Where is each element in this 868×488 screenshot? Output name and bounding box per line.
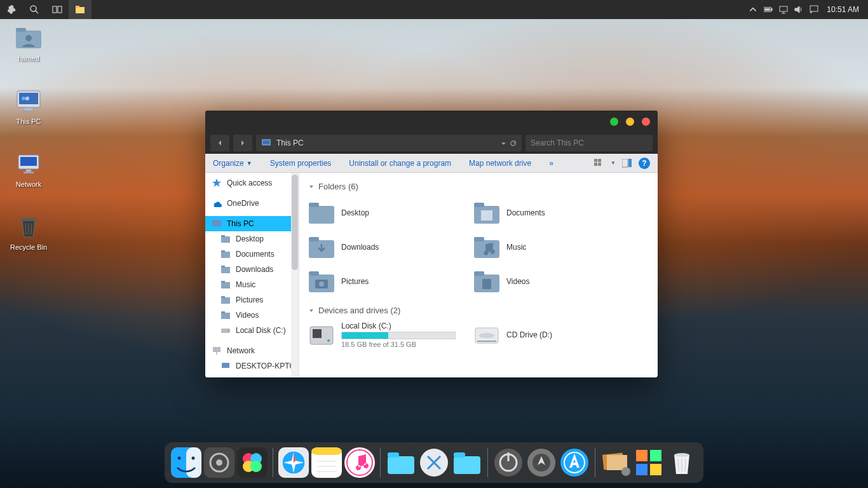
desktop-icon-network[interactable]: Network [6,150,51,204]
taskbar-clock[interactable]: 10:51 AM [823,5,863,14]
svg-rect-56 [309,206,334,224]
svg-rect-3 [58,6,62,13]
svg-rect-35 [598,163,601,166]
dock-settings[interactable] [204,447,234,478]
svg-point-52 [227,330,229,332]
network-tray-icon[interactable] [777,3,790,16]
map-network-drive-button[interactable]: Map network drive [469,159,531,168]
dock-game-center[interactable] [237,447,268,478]
folders-section-header[interactable]: Folders (6) [308,182,649,191]
dock-launchpad[interactable] [526,447,557,478]
organize-menu[interactable]: Organize ▼ [213,159,252,168]
back-button[interactable] [210,135,229,151]
task-view-button[interactable] [46,0,69,19]
sidebar-item-desktop[interactable]: Desktop [205,231,299,247]
sidebar-item-pictures[interactable]: Pictures [205,292,299,308]
battery-icon[interactable] [762,3,775,16]
sidebar-quick-access[interactable]: Quick access [205,175,299,191]
drive-cd-d[interactable]: CD Drive (D:) [473,322,632,348]
search-button[interactable] [23,0,46,19]
svg-rect-59 [474,203,484,207]
folder-downloads[interactable]: Downloads [308,232,467,262]
sidebar-item-downloads[interactable]: Downloads [205,262,299,277]
action-center-icon[interactable] [808,3,820,16]
desktop-icon-this-pc[interactable]: This PC [6,87,51,141]
forward-button[interactable] [233,135,252,151]
content-pane: Folders (6) Desktop Documents Downloads … [299,173,658,377]
preview-pane-icon[interactable] [622,159,632,168]
search-box[interactable] [526,135,653,151]
sidebar-scrollbar[interactable] [291,173,299,377]
navigation-sidebar: Quick access OneDrive This PC Desktop Do… [205,173,299,377]
svg-point-121 [674,453,689,457]
maximize-button[interactable] [626,118,634,126]
svg-rect-49 [221,313,230,319]
drive-local-disk-c[interactable]: Local Disk (C:) 18.5 GB free of 31.5 GB [308,322,467,348]
help-button[interactable]: ? [639,158,650,169]
sidebar-item-music[interactable]: Music [205,277,299,292]
address-text: This PC [276,139,495,147]
close-button[interactable] [642,118,650,126]
system-properties-button[interactable]: System properties [270,159,332,168]
sidebar-this-pc[interactable]: This PC [205,216,299,231]
desktop-icon-user-folder[interactable]: hamed [6,24,51,78]
desktop-icon-label: hamed [18,55,39,62]
svg-rect-120 [650,464,661,475]
start-button[interactable] [0,0,23,19]
svg-point-75 [327,339,330,342]
volume-icon[interactable] [792,3,805,16]
dock-folder-2[interactable] [452,447,482,478]
sidebar-network-computer[interactable]: DESKTOP-KPT6F [205,358,299,374]
tray-chevron-icon[interactable] [747,3,759,16]
scrollbar-thumb[interactable] [292,175,298,270]
svg-point-82 [178,457,181,460]
svg-rect-64 [474,237,484,241]
dock-photos-stack[interactable] [600,447,631,478]
dock-itunes[interactable] [344,447,375,478]
address-dropdown-icon[interactable] [500,140,507,147]
more-commands-button[interactable]: » [549,159,553,168]
svg-rect-119 [636,464,648,475]
sidebar-network[interactable]: Network [205,343,299,358]
svg-rect-26 [21,218,36,221]
window-titlebar[interactable] [205,111,658,132]
folder-pictures[interactable]: Pictures [308,266,467,297]
svg-rect-106 [454,452,465,458]
dock-trash[interactable] [667,447,697,478]
svg-rect-12 [810,6,818,11]
sidebar-item-local-disk[interactable]: Local Disk (C:) [205,323,299,338]
search-input[interactable] [531,139,648,147]
dock-safari[interactable] [278,447,309,478]
folder-desktop[interactable]: Desktop [308,198,467,228]
address-bar[interactable]: This PC [256,135,522,151]
svg-rect-38 [212,220,221,226]
dock-el-capitan[interactable] [419,447,449,478]
refresh-icon[interactable] [510,140,517,147]
svg-point-0 [31,6,36,11]
dock-power[interactable] [493,447,524,478]
desktop-icon-recycle-bin[interactable]: Recycle Bin [6,213,51,267]
dock-notes[interactable] [311,447,342,478]
sidebar-item-documents[interactable]: Documents [205,247,299,262]
svg-rect-103 [388,452,399,458]
sidebar-item-videos[interactable]: Videos [205,308,299,323]
folder-documents[interactable]: Documents [473,198,632,228]
svg-point-86 [216,459,222,466]
dock-separator [380,448,381,477]
dock-apps-stack[interactable] [634,447,664,478]
uninstall-program-button[interactable]: Uninstall or change a program [349,159,451,168]
dock-app-store[interactable] [559,447,590,478]
dock-finder[interactable] [171,447,201,478]
drives-section-header[interactable]: Devices and drives (2) [308,306,649,315]
view-dropdown-icon[interactable]: ▼ [611,160,616,166]
svg-rect-81 [186,447,201,478]
minimize-button[interactable] [610,118,618,126]
dock-folder-1[interactable] [386,447,416,478]
sidebar-onedrive[interactable]: OneDrive [205,196,299,211]
dock [165,442,703,483]
folder-videos[interactable]: Videos [473,266,632,297]
file-explorer-taskbar-button[interactable] [69,0,92,19]
folder-music[interactable]: Music [473,232,632,262]
view-options-icon[interactable] [594,159,604,168]
svg-rect-18 [25,108,32,111]
